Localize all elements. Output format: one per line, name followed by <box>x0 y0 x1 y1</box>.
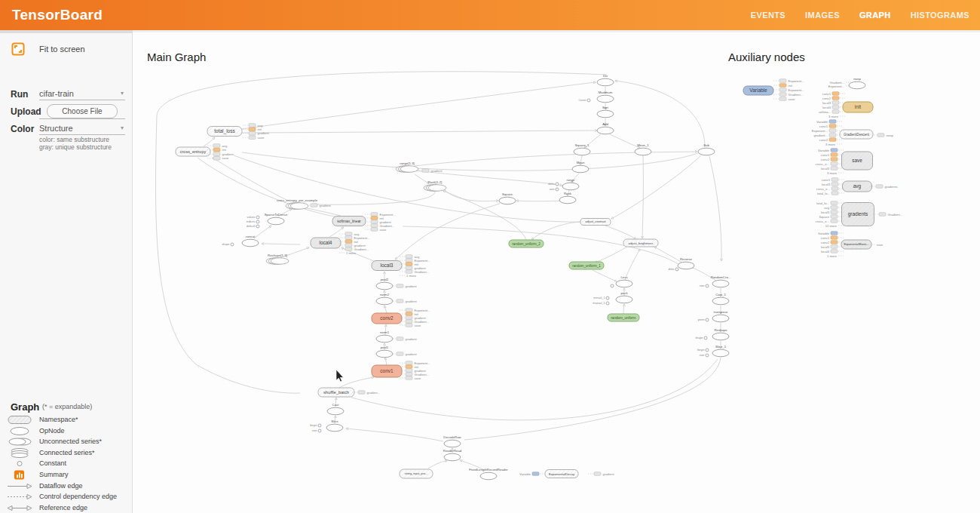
opnode-icon <box>5 426 35 436</box>
graph-node-maximum[interactable]: Maximum <box>597 91 614 103</box>
graph-node-gradients[interactable]: gradients <box>842 203 874 226</box>
graph-node-adjust-brightness[interactable]: adjust_brightness <box>623 239 658 247</box>
svg-text:Less: Less <box>620 275 627 279</box>
graph-node-conv1[interactable]: conv1 <box>372 365 402 377</box>
graph-node-exponentialmovin-[interactable]: ExponentialMovin... <box>841 240 871 249</box>
svg-text:ExponentialMovin...: ExponentialMovin... <box>844 243 868 246</box>
fit-to-screen-icon[interactable] <box>11 42 25 56</box>
color-select[interactable]: Structure▾ <box>39 124 125 135</box>
graph-node-readerread[interactable]: ReaderRead <box>443 449 462 461</box>
graph-node-square-1[interactable]: Square_1 <box>574 143 590 155</box>
graph-node-conv2[interactable]: conv2 <box>372 313 402 324</box>
svg-text:save: save <box>222 156 230 160</box>
graph-node-transpose[interactable]: transpose <box>712 310 729 322</box>
svg-text:local3: local3 <box>821 210 830 214</box>
svg-text:gradients: gradients <box>885 185 898 189</box>
run-select[interactable]: cifar-train▾ <box>39 89 125 100</box>
graph-node-noop[interactable]: noop <box>849 77 865 89</box>
svg-text:save: save <box>415 324 422 327</box>
graph-node-local4[interactable]: local4 <box>311 238 341 248</box>
graph-node-range[interactable]: range <box>562 178 579 190</box>
graph-node-rank[interactable]: Rank <box>559 192 576 204</box>
svg-text:save: save <box>789 97 796 101</box>
legend-item-label: Constant <box>39 459 66 467</box>
graph-node-decoderaw[interactable]: DecodeRaw <box>443 435 461 447</box>
graph-node-init[interactable]: init <box>843 102 873 112</box>
legend-item-reference-edge: Reference edge <box>0 503 133 513</box>
svg-text:Cast: Cast <box>332 403 340 407</box>
legend-item-unconnected-series: Unconnected series* <box>0 437 133 447</box>
graph-node-square[interactable]: Square <box>499 192 516 204</box>
svg-text:norm2: norm2 <box>380 293 390 296</box>
graph-node-reverse[interactable]: Reverse <box>678 257 694 269</box>
graph-node-pool2[interactable]: pool2 <box>376 278 393 290</box>
graph-node-sparsetodense[interactable]: SparseToDense <box>265 213 288 225</box>
svg-text:size: size <box>700 284 705 287</box>
svg-text:values: values <box>247 216 256 219</box>
graph-node-less[interactable]: Less <box>616 275 632 287</box>
graph-node-reshape[interactable]: Reshape <box>712 328 729 340</box>
svg-text:Rank[1-2]: Rank[1-2] <box>428 180 443 184</box>
graph-node-reshape-1-3-[interactable]: Reshape[1-3] <box>266 253 289 265</box>
graph-node-sqrt[interactable]: Sqrt <box>597 106 614 118</box>
graph-node-random-uniform-1[interactable]: random_uniform_1 <box>569 262 604 269</box>
graph-node-mean[interactable]: Mean <box>572 161 589 173</box>
nav-tab-graph[interactable]: GRAPH <box>859 11 891 20</box>
graph-node-norm1[interactable]: norm1 <box>376 330 393 343</box>
graph-node-cast-1[interactable]: Cast_1 <box>712 293 729 305</box>
graph-node-exponentialdecay[interactable]: ExponentialDecay <box>545 470 578 478</box>
svg-text:Variable: Variable <box>818 232 830 235</box>
fit-to-screen-label[interactable]: Fit to screen <box>39 45 85 54</box>
svg-text:local4: local4 <box>822 106 831 109</box>
svg-text:axis: axis <box>550 188 555 191</box>
graph-node-rank-1-2-[interactable]: Rank[1-2] <box>424 180 446 192</box>
graph-node-local3[interactable]: local3 <box>372 261 402 271</box>
graph-node-range-1-3-[interactable]: range[1-3] <box>396 161 418 173</box>
graph-node-div[interactable]: Div <box>597 74 614 86</box>
graph-node-add[interactable]: Add <box>597 122 614 134</box>
graph-node-randomcro-[interactable]: RandomCro... <box>711 275 731 287</box>
svg-text:range: range <box>567 178 576 182</box>
graph-node-avg[interactable]: avg <box>843 181 872 192</box>
choose-file-button[interactable]: Choose File <box>47 104 118 118</box>
graph-node-adjust-contrast[interactable]: adjust_contrast <box>580 219 611 226</box>
graph-node-cast[interactable]: Cast <box>327 403 344 415</box>
graph-node-fixedlengthrecordreader[interactable]: FixedLengthRecordReader <box>469 468 508 480</box>
legend-item-summary: Summary <box>0 470 133 481</box>
graph-node-string-input-pro-[interactable]: string_input_pro... <box>400 469 433 478</box>
graph-node-save[interactable]: save <box>842 152 873 170</box>
legend-item-label: Reference edge <box>39 504 87 511</box>
graph-node-slice[interactable]: Slice <box>326 419 343 432</box>
graph-node-variable[interactable]: Variable <box>743 86 773 95</box>
graph-node-gradientdescent[interactable]: GradientDescent <box>840 130 873 139</box>
svg-text:cross_e...: cross_e... <box>816 187 830 191</box>
graph-node-shuffle-batch[interactable]: shuffle_batch <box>318 388 354 397</box>
svg-text:SparseToDense: SparseToDense <box>265 213 288 217</box>
graph-node-slice-1[interactable]: Slice_1 <box>712 345 729 357</box>
graph-node-cross-entropy[interactable]: cross_entropy <box>176 147 210 156</box>
nav-tab-events[interactable]: EVENTS <box>751 11 786 20</box>
graph-node-pack[interactable]: pack <box>616 291 632 303</box>
top-nav: EVENTSIMAGESGRAPHHISTOGRAMS <box>751 0 969 30</box>
graph-node-pool1[interactable]: pool1 <box>376 346 393 358</box>
svg-text:Gradient...: Gradient... <box>354 247 369 251</box>
graph-node-mean-1[interactable]: Mean_1 <box>635 143 651 155</box>
svg-text:Gradient...: Gradient... <box>415 270 430 274</box>
graph-node-norm2[interactable]: norm2 <box>376 293 393 305</box>
graph-node-softmax-linear[interactable]: softmax_linear <box>332 217 366 226</box>
svg-text:adjust_contrast: adjust_contrast <box>585 220 606 223</box>
svg-text:12 more: 12 more <box>825 224 838 228</box>
svg-text:begin: begin <box>697 349 704 352</box>
graph-node-random-uniform-2[interactable]: random_uniform_2 <box>509 240 544 247</box>
svg-text:save: save <box>852 158 862 163</box>
nav-tab-images[interactable]: IMAGES <box>805 11 840 20</box>
svg-text:Square: Square <box>819 215 829 219</box>
nav-tab-histograms[interactable]: HISTOGRAMS <box>911 11 969 20</box>
svg-text:local3: local3 <box>821 167 830 170</box>
svg-text:conv1: conv1 <box>822 178 831 182</box>
graph-node-total-loss[interactable]: total_loss <box>207 127 242 137</box>
svg-text:gradient: gradient <box>320 204 332 207</box>
graph-node-sub[interactable]: Sub <box>698 143 715 155</box>
graph-canvas[interactable]: total_losscross_entropysoftmax_linearloc… <box>133 32 980 513</box>
graph-node-random-uniform[interactable]: random_uniform <box>608 314 639 321</box>
